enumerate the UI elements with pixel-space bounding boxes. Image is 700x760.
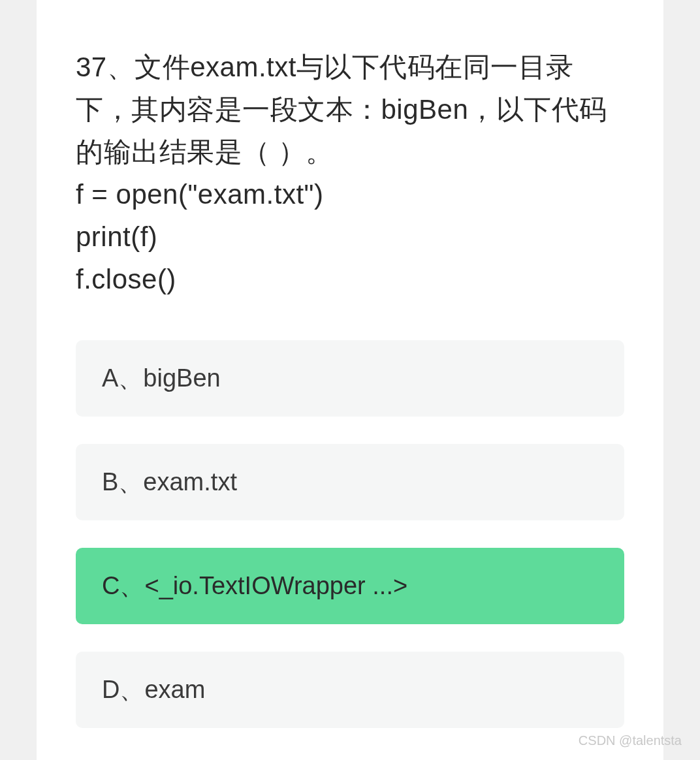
option-b-label: B、exam.txt: [102, 468, 237, 496]
option-c-label: C、<_io.TextIOWrapper ...>: [102, 572, 407, 599]
option-d[interactable]: D、exam: [76, 652, 624, 728]
code-line-1: f = open("exam.txt"): [76, 179, 323, 210]
option-d-label: D、exam: [102, 676, 205, 703]
option-a[interactable]: A、bigBen: [76, 340, 624, 417]
option-c[interactable]: C、<_io.TextIOWrapper ...>: [76, 548, 624, 624]
option-a-label: A、bigBen: [102, 364, 221, 392]
code-line-2: print(f): [76, 221, 157, 252]
options-list: A、bigBen B、exam.txt C、<_io.TextIOWrapper…: [76, 340, 624, 729]
question-stem: 37、文件exam.txt与以下代码在同一目录下，其内容是一段文本：bigBen…: [76, 46, 624, 301]
question-card: 37、文件exam.txt与以下代码在同一目录下，其内容是一段文本：bigBen…: [37, 0, 663, 760]
option-b[interactable]: B、exam.txt: [76, 444, 624, 520]
watermark-text: CSDN @talentsta: [579, 733, 682, 748]
code-line-3: f.close(): [76, 264, 176, 294]
question-prompt: 37、文件exam.txt与以下代码在同一目录下，其内容是一段文本：bigBen…: [76, 52, 607, 167]
